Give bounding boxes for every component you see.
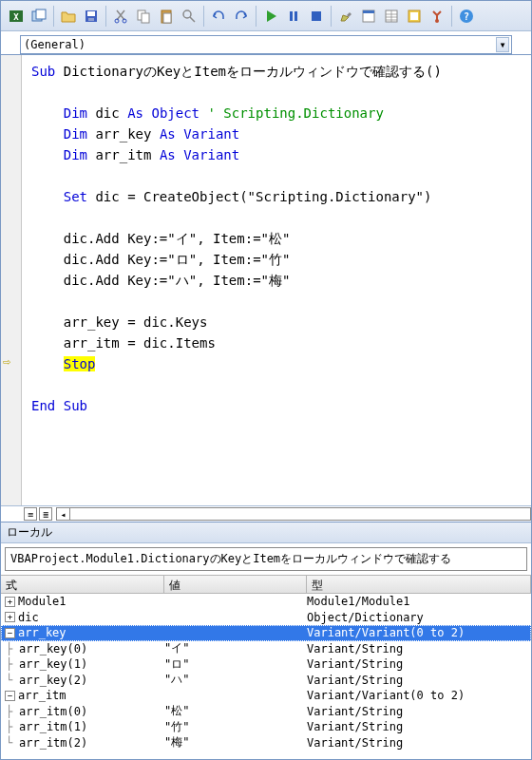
locals-header: 式 値 型 [1,575,531,594]
svg-text:?: ? [464,11,469,22]
locals-type: Variant/Variant(0 to 2) [307,689,531,702]
collapse-icon[interactable]: − [5,628,15,638]
locals-row[interactable]: ├ arr_itm(0)"松"Variant/String [1,704,531,720]
locals-value: "梅" [164,734,307,750]
tree-branch-icon: ├ [6,657,19,671]
svg-rect-14 [290,11,293,21]
tree-branch-icon: ├ [6,720,19,733]
locals-value: "ハ" [164,672,307,688]
browser-icon[interactable] [403,5,426,28]
help-icon[interactable]: ? [455,5,478,28]
locals-row[interactable]: └ arr_itm(2)"梅"Variant/String [1,735,531,751]
locals-expr: Module1 [18,595,66,608]
svg-rect-3 [36,10,46,19]
chevron-down-icon: ▾ [496,37,509,52]
props-icon[interactable] [380,5,403,28]
code-gutter: ⇨ [1,55,22,505]
undo-icon[interactable] [207,5,230,28]
svg-rect-10 [142,13,149,23]
svg-rect-18 [363,10,374,13]
locals-col-expr[interactable]: 式 [1,576,164,593]
locals-row[interactable]: − arr_itmVariant/Variant(0 to 2) [1,688,531,704]
tree-branch-icon: └ [6,736,19,750]
locals-expr: arr_key(1) [19,657,87,671]
locals-value: "竹" [164,719,307,735]
expand-icon[interactable]: + [5,612,15,622]
svg-rect-6 [88,18,94,21]
open-icon[interactable] [57,5,80,28]
copy-icon[interactable] [132,5,155,28]
proc-view-button[interactable]: ≡ [24,507,37,521]
locals-row[interactable]: − arr_keyVariant/Variant(0 to 2) [1,625,531,641]
locals-type: Variant/String [307,642,531,656]
toolbox-icon[interactable] [426,5,448,28]
locals-row[interactable]: + dicObject/Dictionary [1,610,531,626]
svg-point-22 [435,19,439,23]
reset-icon[interactable] [305,5,328,28]
svg-rect-21 [410,12,418,20]
locals-expr: dic [18,611,39,624]
break-icon[interactable] [282,5,305,28]
locals-panel-title: ローカル [1,522,531,543]
run-icon[interactable] [259,5,282,28]
svg-rect-5 [87,11,95,16]
locals-expr: arr_itm(0) [19,705,87,718]
view-switch-bar: ≡ ≣ ◂ [1,505,531,522]
locals-value: "松" [164,703,307,719]
locals-type: Variant/String [307,674,531,687]
locals-expr: arr_key [18,626,66,639]
locals-value: "ロ" [164,656,307,673]
view-icon[interactable] [28,5,50,28]
locals-expr: arr_itm [18,689,66,702]
expand-icon[interactable]: + [5,597,15,607]
tree-branch-icon: ├ [6,642,19,656]
locals-expr: arr_itm(2) [19,736,87,750]
locals-type: Variant/String [307,657,531,671]
full-view-button[interactable]: ≣ [39,507,52,521]
collapse-icon[interactable]: − [5,691,15,701]
locals-row[interactable]: + Module1Module1/Module1 [1,594,531,610]
locals-expr: arr_key(2) [19,674,87,687]
locals-row[interactable]: ├ arr_key(0)"イ"Variant/String [1,641,531,657]
explorer-icon[interactable] [357,5,380,28]
svg-rect-15 [294,11,297,21]
toolbar: X ? [1,1,531,31]
locals-expr: arr_itm(1) [19,720,87,733]
locals-context: VBAProject.Module1.DictionaryのKeyとItemをロ… [5,547,527,571]
redo-icon[interactable] [230,5,253,28]
tree-branch-icon: └ [6,674,19,687]
cut-icon[interactable] [109,5,132,28]
locals-type: Module1/Module1 [307,595,531,608]
locals-expr: arr_key(0) [19,642,87,656]
paste-icon[interactable] [155,5,178,28]
object-dropdown[interactable]: (General) ▾ [20,35,512,54]
svg-rect-16 [312,11,321,21]
locals-row[interactable]: └ arr_key(2)"ハ"Variant/String [1,673,531,689]
locals-row[interactable]: ├ arr_key(1)"ロ"Variant/String [1,656,531,673]
code-editor[interactable]: ⇨ Sub DictionaryのKeyとItemをローカルウィンドウで確認する… [1,54,531,505]
svg-text:X: X [13,12,19,22]
locals-row[interactable]: ├ arr_itm(1)"竹"Variant/String [1,719,531,735]
locals-col-value[interactable]: 値 [164,576,307,593]
locals-type: Variant/String [307,736,531,750]
h-scrollbar[interactable]: ◂ [56,507,531,521]
excel-icon[interactable]: X [5,5,28,28]
locals-type: Variant/String [307,720,531,733]
save-icon[interactable] [80,5,103,28]
design-icon[interactable] [334,5,357,28]
locals-type: Variant/String [307,705,531,718]
svg-rect-12 [163,13,171,23]
code-text[interactable]: Sub DictionaryのKeyとItemをローカルウィンドウで確認する()… [22,55,531,505]
svg-point-13 [183,10,191,18]
locals-type: Variant/Variant(0 to 2) [307,626,531,639]
locals-value: "イ" [164,640,307,656]
locals-col-type[interactable]: 型 [307,576,531,593]
exec-pointer-icon: ⇨ [3,353,10,369]
object-dropdown-value: (General) [24,38,86,51]
object-proc-dropdowns: (General) ▾ [1,31,531,54]
find-icon[interactable] [178,5,200,28]
tree-branch-icon: ├ [6,705,19,718]
locals-body: + Module1Module1/Module1+ dicObject/Dict… [1,594,531,750]
locals-type: Object/Dictionary [307,611,531,624]
